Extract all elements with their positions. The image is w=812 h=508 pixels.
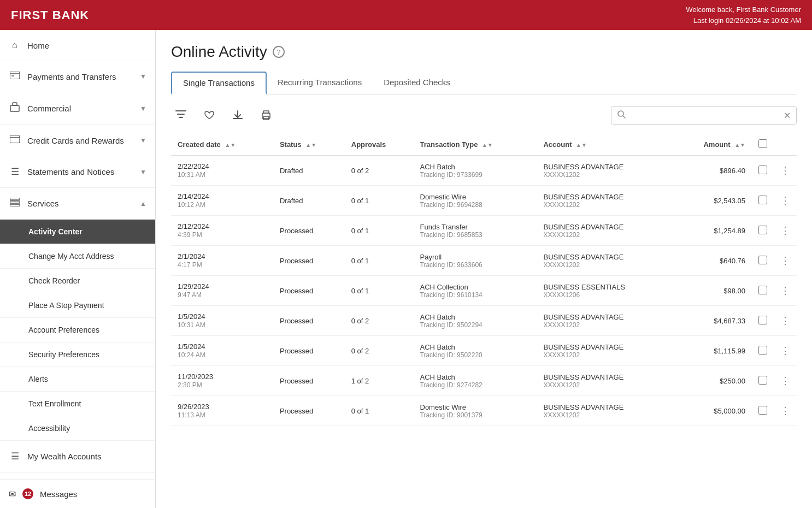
row-menu-button[interactable]: ⋮ [780,164,790,176]
search-clear-icon[interactable]: ✕ [784,110,791,121]
tx-id: Tracking ID: 9502294 [420,321,531,329]
cell-checkbox[interactable] [752,186,774,216]
sidebar-item-services[interactable]: Services ▲ [0,188,155,220]
cell-checkbox[interactable] [752,366,774,396]
sidebar-item-stop-payment[interactable]: Place A Stop Payment [0,293,155,318]
sidebar-item-activity-center[interactable]: Activity Center [0,220,155,244]
transactions-table: Created date ▲▼ Status ▲▼ Approvals Tran… [171,134,797,426]
services-icon [9,198,21,209]
sidebar-item-messages[interactable]: ✉ 12 Messages [0,479,155,508]
cell-actions[interactable]: ⋮ [774,276,797,306]
row-select-checkbox[interactable] [758,226,767,234]
row-select-checkbox[interactable] [758,316,767,324]
download-button[interactable] [228,105,248,125]
cell-checkbox[interactable] [752,396,774,426]
favorite-button[interactable] [199,105,219,125]
cell-checkbox[interactable] [752,216,774,246]
filter-button[interactable] [171,105,191,125]
row-menu-button[interactable]: ⋮ [780,255,790,267]
row-select-checkbox[interactable] [758,376,767,385]
cell-checkbox[interactable] [752,306,774,336]
col-header-actions [774,134,797,156]
row-menu-button[interactable]: ⋮ [780,375,790,387]
col-header-created-date[interactable]: Created date ▲▼ [171,134,273,156]
search-input[interactable] [630,111,779,120]
cell-actions[interactable]: ⋮ [774,306,797,336]
cell-actions[interactable]: ⋮ [774,216,797,246]
row-menu-button[interactable]: ⋮ [780,225,790,237]
messages-icon: ✉ [9,489,16,499]
sidebar-item-payments[interactable]: Payments and Transfers ▼ [0,61,155,92]
sidebar-item-credit[interactable]: Credit Cards and Rewards ▼ [0,125,155,156]
sidebar-item-accessibility[interactable]: Accessibility [0,416,155,441]
statements-icon: ☰ [9,166,21,178]
select-all-checkbox[interactable] [758,139,767,148]
toolbar: ✕ [171,105,797,125]
col-header-account[interactable]: Account ▲▼ [537,134,673,156]
search-box[interactable]: ✕ [611,106,797,125]
sidebar-item-statements[interactable]: ☰ Statements and Notices ▼ [0,156,155,188]
page-title: Online Activity [171,43,267,61]
cell-transaction-type: Domestic Wire Tracking ID: 9001379 [414,396,537,426]
row-select-checkbox[interactable] [758,166,767,174]
sidebar-item-text-enrollment[interactable]: Text Enrollment [0,392,155,416]
date-value: 2/12/2024 [178,222,267,231]
cell-actions[interactable]: ⋮ [774,186,797,216]
sidebar-item-commercial[interactable]: Commercial ▼ [0,92,155,125]
row-menu-button[interactable]: ⋮ [780,315,790,327]
cell-date: 2/12/2024 4:39 PM [171,216,273,246]
cell-checkbox[interactable] [752,336,774,366]
col-header-checkbox[interactable] [752,134,774,156]
cell-transaction-type: ACH Batch Tracking ID: 9502294 [414,306,537,336]
print-button[interactable] [256,105,276,125]
row-select-checkbox[interactable] [758,286,767,294]
row-menu-button[interactable]: ⋮ [780,405,790,417]
cell-approvals: 0 of 2 [345,306,414,336]
table-row: 11/20/2023 2:30 PM Processed 1 of 2 ACH … [171,366,797,396]
row-select-checkbox[interactable] [758,196,767,204]
cell-account: BUSINESS ADVANTAGE XXXXX1202 [537,186,673,216]
acct-num: XXXXX1202 [543,411,666,419]
date-value: 2/22/2024 [178,162,267,170]
tab-deposited-checks[interactable]: Deposited Checks [373,72,461,94]
credit-icon [9,135,21,146]
sidebar-item-check-reorder[interactable]: Check Reorder [0,269,155,293]
sidebar-item-label: My Wealth Accounts [27,452,146,461]
row-menu-button[interactable]: ⋮ [780,345,790,357]
svg-rect-4 [13,103,17,105]
row-menu-button[interactable]: ⋮ [780,285,790,297]
wealth-icon: ☰ [9,451,21,462]
row-menu-button[interactable]: ⋮ [780,194,790,206]
sort-icon: ▲▼ [576,142,587,148]
cell-checkbox[interactable] [752,276,774,306]
sidebar-item-security-preferences[interactable]: Security Preferences [0,342,155,367]
cell-checkbox[interactable] [752,156,774,186]
row-select-checkbox[interactable] [758,406,767,415]
col-header-status[interactable]: Status ▲▼ [273,134,345,156]
row-select-checkbox[interactable] [758,256,767,264]
cell-account: BUSINESS ADVANTAGE XXXXX1202 [537,216,673,246]
tab-recurring-transactions[interactable]: Recurring Transactions [267,72,373,94]
tab-single-transactions[interactable]: Single Transactions [171,72,267,94]
cell-actions[interactable]: ⋮ [774,396,797,426]
sidebar-subitem-label: Check Reorder [28,276,80,285]
cell-actions[interactable]: ⋮ [774,246,797,276]
help-icon[interactable]: ? [273,46,285,58]
cell-approvals: 0 of 2 [345,336,414,366]
sidebar-item-alerts[interactable]: Alerts [0,367,155,392]
cell-status: Processed [273,366,345,396]
cell-date: 11/20/2023 2:30 PM [171,366,273,396]
row-select-checkbox[interactable] [758,346,767,355]
cell-checkbox[interactable] [752,246,774,276]
sidebar-item-change-address[interactable]: Change My Acct Address [0,244,155,269]
cell-actions[interactable]: ⋮ [774,336,797,366]
col-header-amount[interactable]: Amount ▲▼ [673,134,752,156]
sidebar-item-account-preferences[interactable]: Account Preferences [0,318,155,342]
col-header-transaction-type[interactable]: Transaction Type ▲▼ [414,134,537,156]
cell-actions[interactable]: ⋮ [774,156,797,186]
cell-actions[interactable]: ⋮ [774,366,797,396]
sidebar-item-wealth[interactable]: ☰ My Wealth Accounts [0,441,155,472]
page-title-area: Online Activity ? [171,43,797,61]
sidebar-item-home[interactable]: ⌂ Home [0,30,155,61]
acct-num: XXXXX1202 [543,261,666,269]
